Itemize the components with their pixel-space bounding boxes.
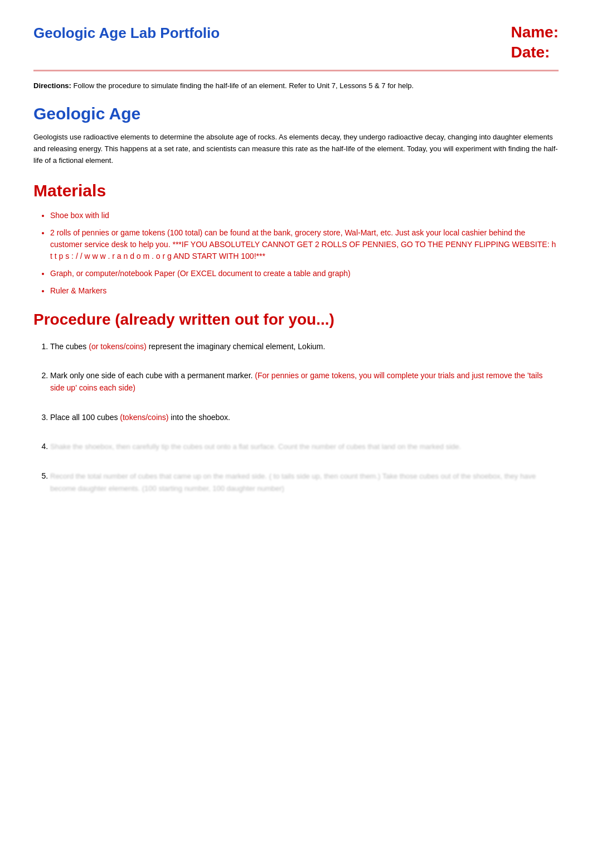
geologic-age-title: Geologic Age xyxy=(33,101,559,126)
directions-label: Directions: xyxy=(33,81,71,90)
step4-blurred: Shake the shoebox, then carefully tip th… xyxy=(50,442,461,451)
step1-main: The cubes xyxy=(50,342,86,351)
list-item: 2 rolls of pennies or game tokens (100 t… xyxy=(50,227,559,262)
step3-rest: into the shoebox. xyxy=(171,413,230,422)
directions-block: Directions: Follow the procedure to simu… xyxy=(33,80,559,91)
procedure-list: The cubes (or tokens/coins) represent th… xyxy=(33,340,559,495)
list-item: Graph, or computer/notebook Paper (Or EX… xyxy=(50,268,559,279)
step1-rest: represent the imaginary chemical element… xyxy=(149,342,326,351)
geologic-age-intro: Geologists use radioactive elements to d… xyxy=(33,132,559,166)
step3-main: Place all 100 cubes xyxy=(50,413,120,422)
procedure-step-4: Shake the shoebox, then carefully tip th… xyxy=(50,440,559,452)
name-label: Name: xyxy=(511,22,559,42)
page-title: Geologic Age Lab Portfolio xyxy=(33,22,220,44)
list-item: Ruler & Markers xyxy=(50,285,559,297)
step3-red: (tokens/coins) xyxy=(120,413,168,422)
date-label: Date: xyxy=(511,42,559,62)
procedure-step-3: Place all 100 cubes (tokens/coins) into … xyxy=(50,411,559,423)
procedure-title: Procedure (already written out for you..… xyxy=(33,308,559,331)
step5-main-blurred: Record the total number of cubes that ca… xyxy=(50,472,267,480)
materials-list: Shoe box with lid 2 rolls of pennies or … xyxy=(33,210,559,297)
procedure-step-5: Record the total number of cubes that ca… xyxy=(50,470,559,495)
procedure-step-1: The cubes (or tokens/coins) represent th… xyxy=(50,340,559,353)
step1-red: (or tokens/coins) xyxy=(89,342,146,351)
procedure-step-2: Mark only one side of each cube with a p… xyxy=(50,369,559,394)
page-header: Geologic Age Lab Portfolio Name: Date: xyxy=(33,22,559,71)
step5-red-blurred: ( to tails side up, xyxy=(269,472,322,480)
materials-title: Materials xyxy=(33,178,559,203)
step2-main: Mark only one side of each cube with a p… xyxy=(50,371,255,380)
name-date-block: Name: Date: xyxy=(511,22,559,63)
list-item: Shoe box with lid xyxy=(50,210,559,221)
directions-text: Follow the procedure to simulate finding… xyxy=(74,81,414,90)
